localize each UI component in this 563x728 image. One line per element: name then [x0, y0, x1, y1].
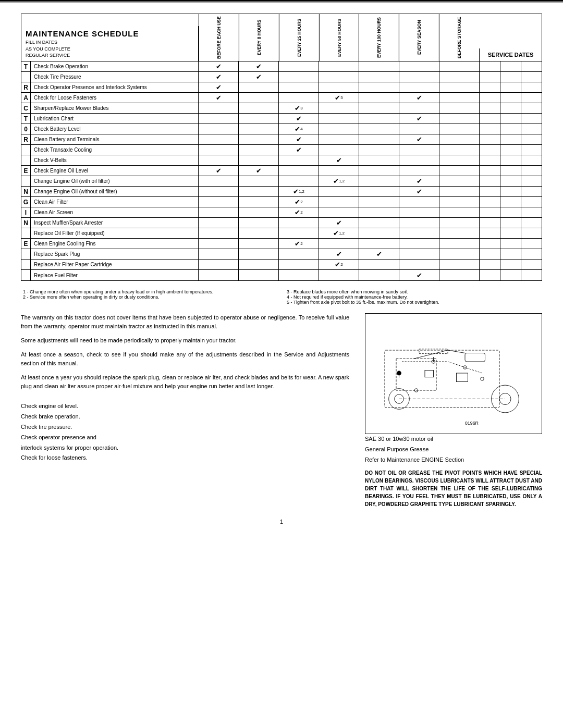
check-cell [239, 93, 279, 103]
row-cells: ✔ [199, 82, 479, 92]
table-subtitle: FILL IN DATES AS YOU COMPLETE REGULAR SE… [26, 39, 194, 59]
check-cell [359, 103, 399, 113]
check-cell [399, 82, 439, 92]
table-row: NInspect Muffler/Spark Arrester✔ [21, 218, 542, 228]
row-section-letter: E [21, 166, 31, 176]
check-cell: ✔5 [319, 93, 359, 103]
check-cell [439, 197, 479, 207]
row-label-area: ECheck Engine Oil Level [21, 166, 199, 176]
check-cell [399, 124, 439, 134]
check-cell [359, 218, 399, 228]
check-cell [239, 176, 279, 186]
row-label: Change Engine Oil (with oil filter) [31, 176, 198, 186]
row-section-letter: T [21, 61, 31, 71]
service-date-cell [500, 155, 521, 165]
row-label: Lubrication Chart [31, 114, 198, 124]
check-cell [359, 72, 399, 82]
row-label: Check Tire Pressure [31, 72, 198, 82]
warranty-paragraphs: The warranty on this tractor does not co… [21, 313, 349, 391]
check-cell: ✔ [239, 166, 279, 176]
table-row: IClean Air Screen✔2 [21, 207, 542, 218]
checklist: Check engine oil level.Check brake opera… [21, 401, 349, 463]
service-date-cell [500, 228, 521, 238]
check-cell: ✔ [199, 61, 239, 71]
service-date-cell [521, 145, 542, 155]
row-section-letter: I [21, 207, 31, 217]
service-date-cell [521, 72, 542, 82]
check-cell [359, 114, 399, 124]
check-cell [359, 93, 399, 103]
oil-info: SAE 30 or 10w30 motor oil General Purpos… [365, 434, 542, 465]
check-cell [439, 124, 479, 134]
check-cell [199, 207, 239, 217]
service-date-cell [479, 228, 500, 238]
service-date-cell [479, 61, 500, 71]
check-cell: ✔ [399, 187, 439, 196]
service-date-cell [521, 124, 542, 134]
table-row: RClean Battery and Terminals✔✔ [21, 134, 542, 145]
service-date-cells [479, 145, 542, 155]
check-cell [199, 155, 239, 165]
row-label: Check Engine Oil Level [31, 166, 198, 176]
row-cells: ✔ [199, 218, 479, 228]
service-date-cell [500, 114, 521, 124]
check-cell [319, 114, 359, 124]
row-label-area: GClean Air Filter [21, 197, 199, 207]
engine-diagram-svg: 0196R [368, 316, 540, 430]
row-section-letter [21, 228, 31, 238]
check-cell [239, 114, 279, 124]
table-row: Replace Spark Plug✔✔ [21, 249, 542, 260]
service-date-cell [521, 270, 542, 280]
service-date-cell [521, 249, 542, 259]
service-date-cell [479, 218, 500, 228]
warranty-paragraph: Some adjustments will need to be made pe… [21, 336, 349, 345]
row-cells: ✔4 [199, 124, 479, 134]
check-cell [399, 218, 439, 228]
table-row: 0Check Battery Level✔4 [21, 124, 542, 134]
check-cell [239, 124, 279, 134]
row-section-letter: A [21, 93, 31, 103]
row-label-area: Replace Fuel Filter [21, 270, 199, 280]
service-date-cell [500, 82, 521, 92]
check-cell: ✔ [279, 145, 319, 155]
check-cell [439, 187, 479, 196]
check-cell [359, 270, 399, 280]
check-cell [319, 207, 359, 217]
service-dates-header: SERVICE DATES [479, 48, 542, 61]
row-label-area: Replace Spark Plug [21, 249, 199, 259]
check-cell [399, 155, 439, 165]
check-cell [359, 61, 399, 71]
check-cell [439, 239, 479, 249]
col-header-2: EVERY 25 HOURS [279, 14, 319, 61]
service-date-cell [500, 72, 521, 82]
service-date-cell [521, 239, 542, 249]
row-label-area: Check Tire Pressure [21, 72, 199, 82]
row-label: Clean Engine Cooling Fins [31, 239, 198, 249]
row-cells: ✔ [199, 145, 479, 155]
check-cell [439, 114, 479, 124]
row-section-letter [21, 260, 31, 269]
check-cell [319, 72, 359, 82]
check-cell: ✔ [399, 176, 439, 186]
row-cells: ✔2 [199, 260, 479, 269]
col-header-4: EVERY 100 HOURS [359, 14, 399, 61]
table-title: MAINTENANCE SCHEDULE [26, 29, 194, 38]
check-cell [399, 207, 439, 217]
service-date-cell [479, 260, 500, 269]
row-label: Clean Air Screen [31, 207, 198, 217]
check-cell: ✔ [239, 72, 279, 82]
check-cell: ✔ [399, 134, 439, 144]
check-cell [359, 228, 399, 238]
check-cell: ✔ [199, 93, 239, 103]
check-cell [399, 249, 439, 259]
checklist-item: interlock systems for proper operation. [21, 443, 349, 453]
service-date-cell [521, 166, 542, 176]
row-section-letter: N [21, 218, 31, 228]
service-date-cells [479, 82, 542, 92]
check-cell [359, 176, 399, 186]
row-section-letter: R [21, 134, 31, 144]
service-date-cell [521, 114, 542, 124]
check-cell: ✔ [199, 72, 239, 82]
table-row: Check V-Belts✔ [21, 155, 542, 166]
checklist-item: Check operator presence and [21, 433, 349, 443]
